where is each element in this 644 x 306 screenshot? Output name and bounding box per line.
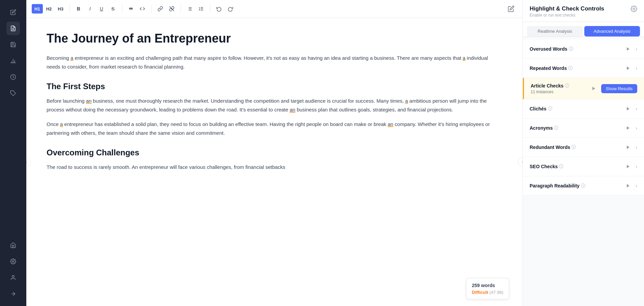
- nav-arrow-right[interactable]: [518, 157, 523, 167]
- check-item-acronyms-title-area: Acronyms ⓘ: [530, 125, 558, 131]
- redundant-words-title: Redundant Words: [530, 145, 570, 150]
- right-panel-settings-icon[interactable]: [631, 5, 637, 14]
- italic-button[interactable]: I: [85, 3, 95, 14]
- paragraph-readability-chevron-icon: ›: [636, 183, 637, 188]
- acronyms-info-icon[interactable]: ⓘ: [554, 125, 558, 131]
- redundant-words-chevron-icon: ›: [636, 145, 637, 150]
- cliches-play-button[interactable]: [623, 104, 633, 113]
- repeated-words-title: Repeated Words: [530, 66, 567, 71]
- repeated-words-play-button[interactable]: [623, 63, 633, 73]
- sidebar-pencil-icon[interactable]: [6, 5, 20, 19]
- nav-arrow-left[interactable]: [26, 157, 31, 167]
- sidebar-user-icon[interactable]: [6, 271, 20, 284]
- sidebar-chart-icon[interactable]: [6, 54, 20, 68]
- paragraph-1: Becoming a entrepreneur is an exciting a…: [47, 54, 502, 71]
- edit-mode-button[interactable]: [505, 3, 517, 15]
- sidebar-analytics-icon[interactable]: [6, 70, 20, 84]
- bold-button[interactable]: B: [73, 3, 84, 14]
- redo-button[interactable]: [225, 3, 236, 14]
- toolbar-right-area: [505, 3, 517, 15]
- heading-challenges: Overcoming Challenges: [47, 148, 502, 157]
- check-item-article-checks-title-area: Article Checks ⓘ 11 instances: [531, 83, 569, 94]
- article-checks-title: Article Checks: [531, 83, 563, 88]
- redundant-words-info-icon[interactable]: ⓘ: [571, 144, 576, 150]
- right-panel-title: Highlight & Check Controls: [530, 5, 604, 12]
- sidebar-arrow-icon[interactable]: [6, 287, 20, 301]
- underline-button[interactable]: U: [96, 3, 107, 14]
- redundant-words-play-button[interactable]: [623, 143, 633, 152]
- paragraph-readability-info-icon[interactable]: ⓘ: [581, 183, 585, 189]
- sidebar-home-icon[interactable]: [6, 238, 20, 252]
- quote-button[interactable]: [125, 3, 136, 14]
- special-format-buttons: [125, 3, 148, 14]
- sidebar-document-icon[interactable]: [6, 22, 20, 35]
- article-highlight-a3: a: [405, 98, 408, 104]
- svg-marker-22: [627, 47, 629, 51]
- heading-buttons: H1 H2 H3: [32, 4, 66, 14]
- article-checks-show-results-button[interactable]: Show Results: [601, 84, 637, 93]
- check-item-repeated-words-title-area: Repeated Words ⓘ: [530, 65, 572, 71]
- toolbar-divider-4: [180, 5, 181, 13]
- acronyms-title: Acronyms: [530, 125, 553, 131]
- repeated-words-chevron-icon: ›: [636, 66, 637, 71]
- svg-marker-26: [627, 126, 629, 130]
- check-item-article-checks-left: Article Checks ⓘ 11 instances: [531, 83, 589, 94]
- check-item-seo-checks[interactable]: SEO Checks ⓘ ›: [523, 157, 644, 176]
- check-item-paragraph-readability-title-area: Paragraph Readability ⓘ: [530, 183, 585, 189]
- paragraph-readability-play-button[interactable]: [623, 181, 633, 190]
- editor-area: H1 H2 H3 B I U S: [26, 0, 523, 306]
- link-button[interactable]: [155, 3, 166, 14]
- check-item-cliches-right: ›: [623, 104, 637, 113]
- paragraph-4: The road to success is rarely smooth. An…: [47, 163, 502, 172]
- overused-words-play-button[interactable]: [623, 44, 633, 54]
- check-item-cliches-title-area: Clichés ⓘ: [530, 106, 552, 112]
- check-item-redundant-words[interactable]: Redundant Words ⓘ ›: [523, 138, 644, 157]
- svg-point-21: [633, 8, 635, 10]
- undo-button[interactable]: [214, 3, 224, 14]
- sidebar-settings-icon[interactable]: [6, 255, 20, 268]
- overused-words-title: Overused Words: [530, 46, 567, 52]
- check-item-repeated-words-right: ›: [623, 63, 637, 73]
- bullet-list-button[interactable]: [184, 3, 195, 14]
- tab-realtime-analysis[interactable]: Realtime Analysis: [527, 26, 583, 36]
- numbered-list-button[interactable]: [196, 3, 206, 14]
- cliches-info-icon[interactable]: ⓘ: [548, 106, 552, 112]
- svg-marker-27: [627, 146, 629, 149]
- article-checks-play-button[interactable]: [589, 84, 598, 93]
- word-count-number: 259 words: [472, 283, 495, 288]
- check-item-cliches[interactable]: Clichés ⓘ ›: [523, 99, 644, 119]
- check-item-overused-words[interactable]: Overused Words ⓘ ›: [523, 40, 644, 59]
- cliches-chevron-icon: ›: [636, 106, 637, 111]
- editor-content[interactable]: The Journey of an Entrepreneur Becoming …: [26, 18, 523, 306]
- check-item-cliches-left: Clichés ⓘ: [530, 106, 623, 112]
- acronyms-play-button[interactable]: [623, 123, 633, 133]
- article-checks-subtitle: 11 instances: [531, 90, 569, 94]
- seo-checks-play-button[interactable]: [623, 162, 633, 171]
- toolbar-divider-5: [210, 5, 210, 13]
- tab-advanced-analysis[interactable]: Advanced Analysis: [584, 26, 640, 36]
- paragraph-2: Before launching an business, one must t…: [47, 97, 502, 114]
- seo-checks-info-icon[interactable]: ⓘ: [559, 163, 563, 170]
- toolbar-divider-3: [151, 5, 151, 13]
- check-item-repeated-words[interactable]: Repeated Words ⓘ ›: [523, 59, 644, 78]
- check-item-acronyms[interactable]: Acronyms ⓘ ›: [523, 119, 644, 138]
- unlink-button[interactable]: [166, 3, 177, 14]
- analysis-tabs: Realtime Analysis Advanced Analysis: [523, 22, 644, 37]
- overused-words-chevron-icon: ›: [636, 46, 637, 52]
- article-highlight-a4: a: [60, 121, 63, 127]
- overused-words-info-icon[interactable]: ⓘ: [569, 46, 573, 52]
- check-item-article-checks[interactable]: Article Checks ⓘ 11 instances Show Resul…: [523, 78, 644, 99]
- format-buttons: B I U S: [73, 3, 118, 14]
- h2-button[interactable]: H2: [44, 4, 55, 14]
- repeated-words-info-icon[interactable]: ⓘ: [568, 65, 572, 71]
- h3-button[interactable]: H3: [55, 4, 66, 14]
- check-item-paragraph-readability[interactable]: Paragraph Readability ⓘ ›: [523, 176, 644, 196]
- sidebar-save-icon[interactable]: [6, 38, 20, 51]
- seo-checks-chevron-icon: ›: [636, 164, 637, 169]
- code-button[interactable]: [137, 3, 148, 14]
- article-checks-info-icon[interactable]: ⓘ: [565, 83, 569, 89]
- svg-marker-29: [627, 184, 629, 188]
- h1-button[interactable]: H1: [32, 4, 43, 14]
- sidebar-tag-icon[interactable]: [6, 86, 20, 100]
- strikethrough-button[interactable]: S: [108, 3, 118, 14]
